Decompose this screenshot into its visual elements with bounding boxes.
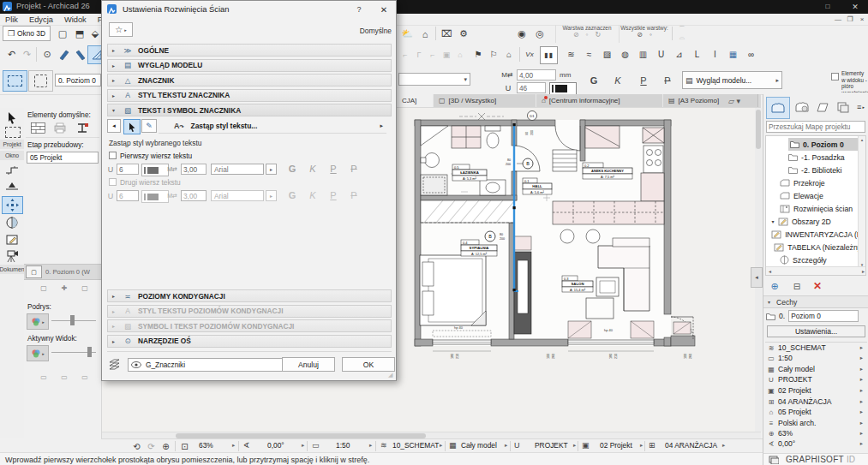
- dlg-italic-button[interactable]: K: [304, 161, 321, 176]
- view-cube-outline-icon[interactable]: ▢: [55, 27, 70, 41]
- dimension-chevron-icon[interactable]: ▸: [640, 442, 643, 449]
- trace-reference-button[interactable]: ▸: [27, 313, 49, 330]
- section-ogolne[interactable]: ▸≫OGÓLNE: [107, 44, 392, 57]
- replace-text-style-button[interactable]: A↷ Zastąp styl tekstu... ▸: [159, 119, 386, 134]
- structure-chevron-icon[interactable]: ▸: [505, 442, 507, 449]
- tree-item-tabelka[interactable]: TABELKA (Niezależny): [768, 241, 864, 253]
- view-tab-label[interactable]: 0. Poziom 0 (W: [45, 268, 99, 276]
- strikethrough-button[interactable]: P: [658, 73, 677, 88]
- second-line-font-combo[interactable]: Arial: [211, 190, 264, 201]
- camera-path-icon[interactable]: ⌧: [439, 27, 454, 41]
- first-line-size-field[interactable]: [181, 164, 207, 175]
- back-icon[interactable]: ⟲: [130, 441, 143, 451]
- toolbox-group-dokument[interactable]: Dokumen: [0, 265, 24, 274]
- visual-compare-icon[interactable]: Vx: [523, 47, 536, 62]
- quick-standard[interactable]: ≡Polski arch.▸: [764, 418, 866, 428]
- transfer-settings-icon-3[interactable]: ▢: [79, 283, 91, 293]
- quick-structure-display[interactable]: ▦Cały model▸: [764, 364, 866, 374]
- help-icon[interactable]: ?: [352, 3, 366, 16]
- ok-button[interactable]: OK: [342, 357, 395, 372]
- layer-combination[interactable]: 10_SCHEMAT: [392, 441, 439, 450]
- tree-h-scrollbar[interactable]: ◂ ▸: [766, 266, 866, 275]
- marquee-tool-icon[interactable]: [5, 127, 21, 138]
- transfer-settings-icon-2[interactable]: ✚: [58, 283, 70, 293]
- dlg-underline-button[interactable]: P: [325, 161, 342, 176]
- arrow-tool-icon[interactable]: [7, 111, 17, 128]
- tree-item-przekroje[interactable]: Przekroje: [768, 176, 864, 189]
- tree-item-poziom-0[interactable]: 0. Poziom 0: [768, 138, 864, 151]
- favorites-combo[interactable]: ▾: [398, 73, 470, 86]
- font-picker-button[interactable]: ▸: [266, 164, 277, 175]
- section-znacznik[interactable]: ▸△ZNACZNIK: [107, 74, 392, 86]
- worksheet-tool-icon[interactable]: [5, 233, 19, 250]
- quick-renovation-filter[interactable]: ⊞04 ARANŻACJA▸: [764, 396, 866, 407]
- first-line-checkbox[interactable]: [109, 152, 117, 159]
- first-line-pen-field[interactable]: [117, 164, 139, 175]
- v-scroll-thumb[interactable]: [756, 110, 761, 149]
- lock-selection-layer-icon[interactable]: ◦: [586, 31, 589, 39]
- pen-number-field[interactable]: [517, 82, 546, 93]
- door-marker-d1[interactable]: D1: [528, 111, 537, 121]
- dialog-title-bar[interactable]: Ustawienia Rozwinięcia Ścian ? ✕: [102, 1, 396, 18]
- layer-combo[interactable]: G_Znaczniki ▸: [128, 358, 289, 372]
- expander-icon[interactable]: ▾: [768, 218, 778, 224]
- scale-value[interactable]: 1:50: [336, 441, 350, 450]
- transfer-settings-icon-1[interactable]: ▢: [38, 283, 50, 293]
- chain-icon[interactable]: ∞: [744, 47, 758, 62]
- properties-header[interactable]: ▾ Cechy: [763, 295, 868, 308]
- rename-icon[interactable]: ⊟: [790, 280, 804, 292]
- grid-icon[interactable]: ▦: [726, 47, 740, 62]
- material-icon[interactable]: ◍: [618, 47, 632, 62]
- tree-v-scrollbar[interactable]: ▴ ▾: [858, 136, 865, 268]
- dialog-close-icon[interactable]: ✕: [376, 3, 392, 16]
- wardrobe[interactable]: [421, 200, 514, 223]
- active-view-slider-thumb[interactable]: [87, 347, 92, 357]
- show-all-layers-icon[interactable]: ⊘: [637, 31, 643, 39]
- axonometry-icon[interactable]: ⬙: [89, 27, 101, 41]
- resize-grip[interactable]: ◢: [388, 372, 392, 379]
- flag-list-icon[interactable]: ⚐: [487, 47, 500, 62]
- section-wyglad-modelu[interactable]: ▸▤WYGLĄD MODELU: [107, 59, 392, 72]
- inject-parameters-icon[interactable]: [74, 47, 87, 65]
- marker-cursor-button[interactable]: [123, 119, 141, 134]
- scroll-up-icon[interactable]: ▴: [859, 136, 865, 143]
- structure-display[interactable]: Cały model: [461, 441, 497, 450]
- search-input[interactable]: [766, 121, 865, 133]
- second-line-pen-field[interactable]: [117, 190, 139, 201]
- section-tekst-symbol[interactable]: ▾▧TEKST I SYMBOL ZNACZNIKA: [107, 104, 392, 116]
- fill-hatch-icon[interactable]: ▨: [600, 47, 614, 62]
- layer-chevron-icon[interactable]: ▸: [440, 442, 442, 449]
- first-line-font-combo[interactable]: Arial: [211, 164, 264, 175]
- trace-slider-thumb[interactable]: [70, 315, 75, 325]
- project-map-tab[interactable]: [766, 97, 790, 119]
- item-name-field[interactable]: [788, 310, 859, 322]
- trace-switch-icon-2[interactable]: ▭: [58, 372, 70, 382]
- tab-info-center[interactable]: ⌂ [Centrum informacyjne]: [536, 94, 672, 107]
- text-size-field[interactable]: [517, 69, 556, 80]
- orientation-chevron-icon[interactable]: ▸: [302, 442, 304, 449]
- renovation-chevron-icon[interactable]: ▸: [722, 442, 725, 449]
- add-viewpoint-icon[interactable]: ⊕: [769, 280, 781, 292]
- scroll-left-icon[interactable]: ◂: [766, 268, 774, 274]
- undo-icon[interactable]: ↶: [4, 47, 19, 62]
- okno-3d-button[interactable]: ❒ Okno 3D: [3, 26, 51, 41]
- dimension-style[interactable]: 02 Projekt: [600, 441, 632, 450]
- section-tool-icon[interactable]: [5, 164, 19, 180]
- story-combo[interactable]: 0. Poziom 0: [55, 74, 101, 86]
- sidebar-collapse-button[interactable]: ◂: [751, 267, 763, 288]
- interior-elevation-tool-icon[interactable]: [2, 196, 23, 214]
- maximize-icon[interactable]: □: [821, 1, 835, 12]
- home-story-icon[interactable]: ⌂: [502, 47, 516, 62]
- tab-3d[interactable]: ▢ [3D / Wszystko]: [433, 94, 545, 107]
- brush-icon[interactable]: ⊿: [672, 47, 686, 62]
- view-pen-checkbox[interactable]: [831, 73, 839, 80]
- quick-scale[interactable]: ▭1:50▸: [764, 353, 866, 363]
- section-poziomy[interactable]: ▸≍POZIOMY KONDYGNACJI: [107, 289, 392, 302]
- close-icon[interactable]: ✕: [848, 1, 862, 12]
- tree-item-obszary[interactable]: ▾ Obszary 2D: [768, 215, 864, 228]
- section-narzedzie-os[interactable]: ▸⊙NARZĘDZIE OŚ: [107, 335, 392, 348]
- settings-button[interactable]: Ustawienia...: [767, 325, 865, 337]
- profile-l-icon[interactable]: L: [690, 47, 704, 62]
- doc-close-icon[interactable]: ×: [857, 14, 867, 24]
- menu-plik[interactable]: Plik: [5, 15, 18, 24]
